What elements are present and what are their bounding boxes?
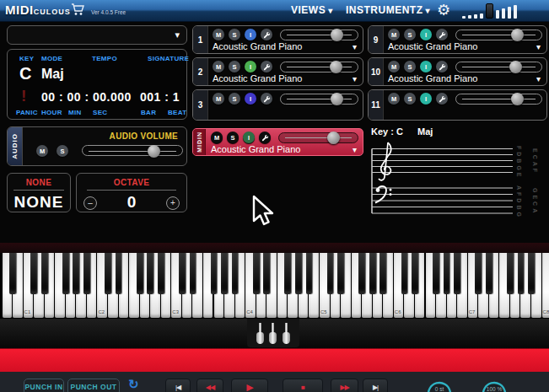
black-key-As5[interactable] [379, 253, 386, 294]
black-key-Cs4[interactable] [253, 253, 260, 294]
master-volume-slider[interactable] [462, 3, 517, 19]
channel-3-solo-button[interactable]: S [229, 93, 240, 105]
midin-volume-slider[interactable] [278, 132, 358, 143]
midin-mute-button[interactable]: M [211, 132, 223, 143]
black-key-Fs3[interactable] [211, 253, 218, 294]
gear-icon[interactable]: ⚙ [437, 1, 450, 19]
punch-out-button[interactable]: PUNCH OUT [67, 379, 120, 392]
channel-11-mute-button[interactable]: M [388, 93, 400, 105]
black-key-Gs7[interactable] [518, 253, 525, 294]
channel-10-instrument-button[interactable]: I [420, 61, 432, 72]
slider-thumb[interactable] [509, 61, 522, 73]
channel-2-instrument-name[interactable]: Acoustic Grand Piano [213, 73, 302, 83]
midin-instrument-name[interactable]: Acoustic Grand Piano [211, 144, 300, 154]
menu-instrumentz[interactable]: INSTRUMENTZ▾ [346, 4, 430, 16]
black-key-Gs3[interactable] [221, 253, 228, 294]
audio-solo-button[interactable]: S [57, 145, 68, 157]
punch-in-button[interactable]: PUNCH IN [24, 379, 64, 392]
black-key-Fs7[interactable] [507, 253, 514, 294]
black-key-As4[interactable] [306, 253, 313, 294]
black-key-Fs4[interactable] [284, 253, 291, 294]
panic-icon[interactable]: ! [21, 87, 26, 105]
channel-9-instrument-name[interactable]: Acoustic Grand Piano [388, 41, 477, 51]
cart-icon[interactable] [71, 3, 84, 19]
channel-1-mute-button[interactable]: M [213, 29, 224, 40]
channel-9-instrument-button[interactable]: I [420, 29, 432, 40]
black-key-As0[interactable] [9, 253, 16, 294]
channel-3-instrument-button[interactable]: I [245, 93, 256, 105]
channel-1-solo-button[interactable]: S [229, 29, 240, 40]
wrench-icon[interactable] [261, 61, 272, 72]
scale-lock-value[interactable]: NONE [8, 193, 70, 212]
black-key-Cs5[interactable] [327, 253, 334, 294]
black-key-Gs6[interactable] [444, 253, 450, 294]
black-key-Gs5[interactable] [369, 253, 376, 294]
skip-to-end-button[interactable]: ▶| [363, 379, 388, 392]
channel-11-solo-button[interactable]: S [404, 93, 416, 105]
wrench-icon[interactable] [436, 29, 448, 40]
wrench-icon[interactable] [261, 29, 272, 40]
menu-views[interactable]: VIEWS▾ [291, 4, 333, 16]
black-key-Ds4[interactable] [263, 253, 270, 294]
audio-mute-button[interactable]: M [36, 145, 48, 157]
master-volume-thumb[interactable] [486, 3, 493, 19]
black-key-Ds7[interactable] [486, 253, 492, 294]
play-button[interactable]: ▶ [231, 379, 268, 392]
channel-1-instrument-name[interactable]: Acoustic Grand Piano [213, 41, 302, 51]
black-key-As2[interactable] [158, 253, 164, 294]
wrench-icon[interactable] [259, 132, 271, 143]
black-key-Cs2[interactable] [105, 253, 111, 294]
channel-3-volume-slider[interactable] [280, 94, 358, 105]
channel-2-instrument-button[interactable]: I [245, 61, 256, 72]
black-key-Cs6[interactable] [401, 253, 408, 294]
black-key-Fs6[interactable] [433, 253, 439, 294]
channel-1-instrument-button[interactable]: I [245, 29, 256, 40]
black-key-Ds1[interactable] [41, 253, 48, 294]
black-key-Gs1[interactable] [73, 253, 79, 294]
channel-11-volume-slider[interactable] [455, 94, 542, 105]
midin-solo-button[interactable]: S [227, 132, 239, 143]
black-key-Fs2[interactable] [137, 253, 143, 294]
transpose-knob[interactable]: 0 st [424, 377, 455, 392]
black-key-Cs7[interactable] [475, 253, 482, 294]
skip-to-start-button[interactable]: |◀ [165, 379, 191, 392]
black-key-Ds3[interactable] [190, 253, 196, 294]
channel-10-mute-button[interactable]: M [388, 61, 400, 72]
tempo-knob[interactable]: 100 % [479, 377, 509, 392]
wrench-icon[interactable] [436, 61, 448, 72]
white-key-C8[interactable]: C8 [542, 253, 549, 318]
slider-thumb[interactable] [330, 61, 342, 73]
black-key-As1[interactable] [83, 253, 90, 294]
slider-thumb[interactable] [331, 93, 343, 105]
octave-plus-button[interactable]: + [166, 196, 180, 210]
channel-10-solo-button[interactable]: S [404, 61, 416, 72]
stop-button[interactable]: ■ [283, 379, 323, 392]
slider-thumb[interactable] [327, 132, 340, 144]
channel-2-volume-slider[interactable] [280, 62, 358, 72]
channel-2-mute-button[interactable]: M [213, 61, 224, 72]
channel-9-mute-button[interactable]: M [388, 29, 400, 40]
black-key-Fs5[interactable] [358, 253, 365, 294]
channel-3-mute-button[interactable]: M [213, 93, 224, 105]
channel-2-solo-button[interactable]: S [229, 61, 240, 72]
black-key-Fs1[interactable] [62, 253, 69, 294]
channel-9-volume-slider[interactable] [455, 30, 542, 40]
slider-thumb[interactable] [331, 29, 343, 41]
black-key-Cs1[interactable] [30, 253, 37, 294]
wrench-icon[interactable] [436, 93, 448, 105]
channel-1-volume-slider[interactable] [280, 30, 358, 40]
slider-thumb[interactable] [511, 29, 524, 41]
black-key-Ds5[interactable] [337, 253, 344, 294]
black-key-Ds6[interactable] [412, 253, 418, 294]
loop-icon[interactable]: ↻ [128, 377, 139, 392]
black-key-Gs4[interactable] [295, 253, 302, 294]
midin-instrument-button[interactable]: I [243, 132, 255, 143]
slider-thumb[interactable] [148, 145, 160, 158]
channel-10-instrument-name[interactable]: Acoustic Grand Piano [388, 73, 477, 83]
black-key-As6[interactable] [454, 253, 460, 294]
black-key-Gs2[interactable] [147, 253, 153, 294]
preset-dropdown[interactable]: ▾ [7, 25, 187, 45]
channel-10-volume-slider[interactable] [455, 62, 542, 72]
black-key-Ds2[interactable] [116, 253, 122, 294]
fast-forward-button[interactable]: ▶▶ [331, 379, 358, 392]
